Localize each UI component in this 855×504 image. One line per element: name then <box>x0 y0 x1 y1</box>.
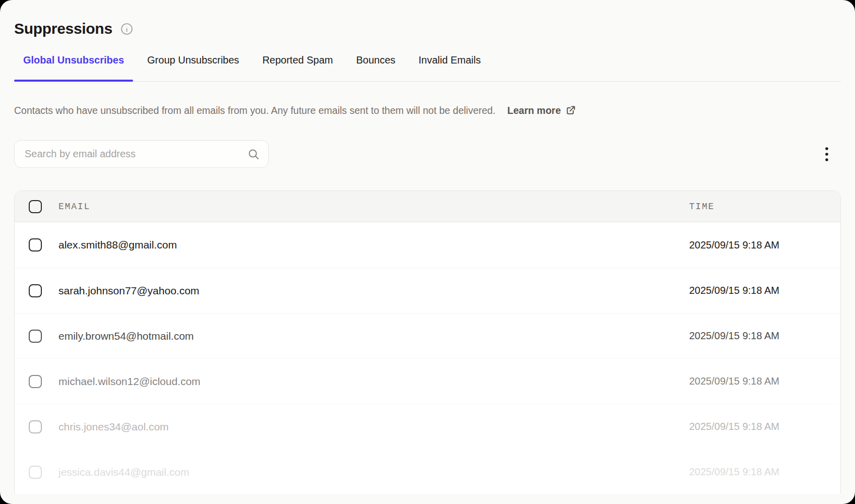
time-cell: 2025/09/15 9:18 AM <box>689 239 840 251</box>
tab-group-unsubscribes[interactable]: Group Unsubscribes <box>138 51 248 81</box>
table-row: chris.jones34@aol.com 2025/09/15 9:18 AM <box>15 404 840 449</box>
row-checkbox[interactable] <box>29 375 42 388</box>
learn-more-link[interactable]: Learn more <box>507 104 575 117</box>
info-icon <box>120 23 133 35</box>
table-row: alex.smith88@gmail.com 2025/09/15 9:18 A… <box>15 222 840 268</box>
search-input[interactable] <box>14 140 269 168</box>
search-icon <box>248 148 260 160</box>
description-text: Contacts who have unsubscribed from all … <box>14 105 496 116</box>
time-cell: 2025/09/15 9:18 AM <box>689 466 840 478</box>
search-box <box>14 140 269 168</box>
email-cell: chris.jones34@aol.com <box>58 421 689 433</box>
row-checkbox[interactable] <box>29 466 42 479</box>
email-cell: jessica.davis44@gmail.com <box>58 466 689 478</box>
email-cell: emily.brown54@hotmail.com <box>58 330 689 342</box>
time-cell: 2025/09/15 9:18 AM <box>689 421 840 432</box>
table-row: sarah.johnson77@yahoo.com 2025/09/15 9:1… <box>15 268 840 313</box>
row-checkbox[interactable] <box>29 330 42 343</box>
learn-more-label: Learn more <box>507 104 561 117</box>
page-title: Suppressions <box>14 20 112 37</box>
row-checkbox[interactable] <box>29 420 42 433</box>
row-checkbox[interactable] <box>29 284 42 297</box>
description: Contacts who have unsubscribed from all … <box>14 104 841 117</box>
table-header: EMAIL TIME <box>15 191 840 222</box>
email-cell: alex.smith88@gmail.com <box>58 239 689 251</box>
info-button[interactable] <box>120 22 134 35</box>
tab-global-unsubscribes[interactable]: Global Unsubscribes <box>14 51 133 81</box>
suppressions-page: Suppressions Global UnsubscribesGroup Un… <box>0 0 855 504</box>
suppressions-table: EMAIL TIME alex.smith88@gmail.com 2025/0… <box>14 191 841 494</box>
external-link-icon <box>566 105 576 115</box>
time-cell: 2025/09/15 9:18 AM <box>689 375 840 387</box>
column-header-email: EMAIL <box>58 202 689 212</box>
toolbar <box>14 140 841 168</box>
table-row: michael.wilson12@icloud.com 2025/09/15 9… <box>15 358 840 404</box>
table-body: alex.smith88@gmail.com 2025/09/15 9:18 A… <box>15 222 840 494</box>
tab-invalid-emails[interactable]: Invalid Emails <box>409 51 490 81</box>
time-cell: 2025/09/15 9:18 AM <box>689 330 840 342</box>
tab-bar: Global UnsubscribesGroup UnsubscribesRep… <box>14 51 841 82</box>
kebab-menu-button[interactable] <box>817 144 837 164</box>
table-row: jessica.davis44@gmail.com 2025/09/15 9:1… <box>15 449 840 494</box>
row-checkbox[interactable] <box>29 238 42 251</box>
page-header: Suppressions <box>14 0 841 37</box>
tab-reported-spam[interactable]: Reported Spam <box>253 51 342 81</box>
email-cell: michael.wilson12@icloud.com <box>58 375 689 388</box>
time-cell: 2025/09/15 9:18 AM <box>689 285 840 296</box>
tab-bounces[interactable]: Bounces <box>347 51 404 81</box>
column-header-time: TIME <box>689 202 840 212</box>
kebab-menu-icon <box>825 146 829 162</box>
select-all-checkbox[interactable] <box>29 200 42 213</box>
email-cell: sarah.johnson77@yahoo.com <box>58 285 689 297</box>
table-row: emily.brown54@hotmail.com 2025/09/15 9:1… <box>15 313 840 358</box>
